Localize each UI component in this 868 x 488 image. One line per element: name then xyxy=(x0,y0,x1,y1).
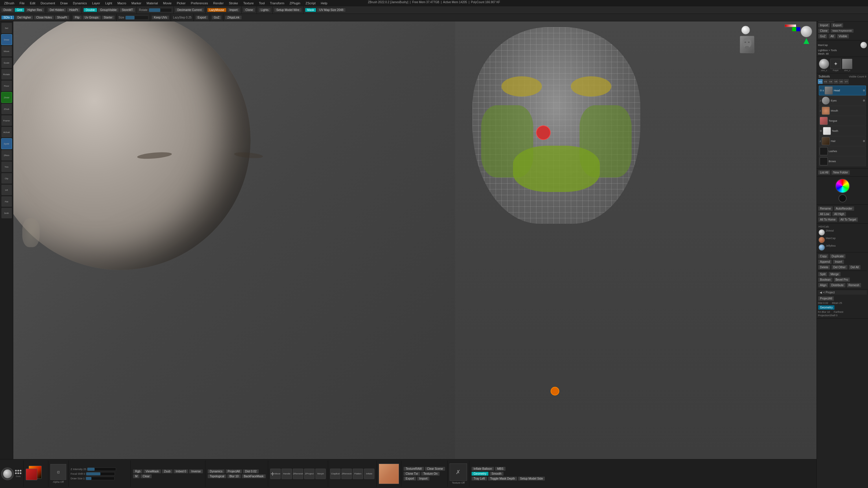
menu-marker[interactable]: Marker xyxy=(129,1,144,5)
menu-draw[interactable]: Draw xyxy=(58,1,70,5)
focal-shift-slider[interactable] xyxy=(86,472,115,476)
menu-preferences[interactable]: Preferences xyxy=(189,1,210,5)
append-btn[interactable]: Append xyxy=(818,259,832,264)
distribute-btn[interactable]: Distribute xyxy=(829,283,845,288)
uv-map-size-btn[interactable]: UV Map Size 2048 xyxy=(317,8,345,12)
menu-help[interactable]: Help xyxy=(318,1,330,5)
subtool-lashes[interactable]: Lashes xyxy=(819,146,866,156)
sidebar-btn-clip[interactable]: Clip xyxy=(1,173,12,184)
menu-texture[interactable]: Texture xyxy=(241,1,256,5)
export-btn2[interactable]: Export xyxy=(831,23,843,28)
alpha-btn[interactable]: α xyxy=(50,464,66,480)
merge-btn[interactable]: Merge xyxy=(828,272,840,277)
copy-btn[interactable]: Copy xyxy=(818,254,829,259)
menu-zplugin[interactable]: ZPlugin xyxy=(287,1,303,5)
split-btn[interactable]: Split xyxy=(818,272,828,277)
keep-uvs-btn[interactable]: Keep UVs xyxy=(152,15,169,20)
menu-movie[interactable]: Movie xyxy=(161,1,174,5)
all-to-target-btn[interactable]: All To Target xyxy=(838,217,859,222)
subtool-teeth[interactable]: ⚙ Teeth xyxy=(819,126,866,136)
dist-btn[interactable]: Dist 0.02 xyxy=(243,469,259,474)
color-wheel[interactable] xyxy=(835,178,850,193)
inflate-icon[interactable]: Inflate xyxy=(364,468,374,479)
mat-item-1[interactable]: zbro_s xyxy=(819,59,829,71)
version-v7-btn[interactable]: V7 xyxy=(844,79,848,84)
skin-texture-preview[interactable] xyxy=(379,464,399,484)
face-thumbnail[interactable] xyxy=(740,36,754,53)
dynamics-btn[interactable]: Dynamics xyxy=(208,469,225,474)
mbs-btn[interactable]: MBS xyxy=(495,466,506,471)
all-to-home-btn[interactable]: All To Home xyxy=(818,217,838,222)
claybull-icon[interactable]: ClayBull xyxy=(330,468,341,479)
import2-btn[interactable]: Import xyxy=(417,477,430,481)
all-low-btn[interactable]: All Low xyxy=(818,212,831,217)
store-mt-btn[interactable]: StoreMT xyxy=(120,8,135,12)
sdiv-btn[interactable]: SDIv 1 xyxy=(1,15,14,20)
clear-btn[interactable]: Clear xyxy=(140,474,152,479)
color-secondary[interactable] xyxy=(26,468,37,480)
mat-sphere-white[interactable] xyxy=(818,229,825,236)
del-other-btn[interactable]: Del Other xyxy=(831,265,848,270)
menu-dynamics[interactable]: Dynamics xyxy=(71,1,89,5)
mat-sphere-blue[interactable] xyxy=(818,244,825,251)
clone-btn[interactable]: Clone xyxy=(243,8,255,12)
zproject-icon[interactable]: ZProject xyxy=(304,468,314,479)
uv-groups-btn[interactable]: Uv Groups xyxy=(83,15,101,20)
subtool-mouth[interactable]: 2 Mouth xyxy=(819,106,866,116)
inflate-balloon-btn[interactable]: Inflate Balloon xyxy=(471,466,494,471)
project-header[interactable]: ◀ < Project xyxy=(818,290,867,295)
all-high-btn[interactable]: All High xyxy=(832,212,846,217)
import-btn[interactable]: Import xyxy=(818,23,830,28)
double-btn[interactable]: Double xyxy=(83,8,97,12)
divide-btn[interactable]: Divide xyxy=(1,8,14,12)
export-btn[interactable]: Export xyxy=(195,15,208,20)
version-v5-btn[interactable]: V5 xyxy=(834,79,838,84)
version-v4-btn[interactable]: V4 xyxy=(828,79,833,84)
mask-btn[interactable]: Mask xyxy=(305,8,316,12)
remesh-btn[interactable]: Remesh xyxy=(846,283,861,288)
sidebar-btn-actual[interactable]: Actual xyxy=(1,127,12,138)
export2-btn[interactable]: Export xyxy=(403,477,416,481)
viewport-wireframe[interactable] xyxy=(455,22,816,459)
setup-model-wire-btn[interactable]: Setup Model Wire xyxy=(274,8,302,12)
all-btn[interactable]: All xyxy=(828,34,836,39)
topological-btn[interactable]: Topological xyxy=(208,474,226,479)
sidebar-btn-dynmesh[interactable]: DynM xyxy=(1,138,12,149)
geometry2-btn[interactable]: Geometry xyxy=(818,305,835,310)
sidebar-btn-inflate[interactable]: Infl xyxy=(1,185,12,195)
backface-mask-btn[interactable]: BackFaceMask xyxy=(242,474,266,479)
del-all-btn[interactable]: Del All xyxy=(848,265,861,270)
black-circle[interactable] xyxy=(838,194,846,202)
version-v2-btn[interactable]: V2 xyxy=(818,79,823,84)
bevel-pro-btn[interactable]: Bevel Pro xyxy=(834,277,850,282)
head-settings-icon[interactable]: ⚙ xyxy=(863,89,865,92)
menu-zscript[interactable]: ZScript xyxy=(303,1,318,5)
flatten-icon[interactable]: Flatten xyxy=(353,468,363,479)
align-btn[interactable]: Align xyxy=(818,283,828,288)
insert-btn[interactable]: Insert xyxy=(833,259,844,264)
boolean-btn[interactable]: Boolean xyxy=(818,277,833,282)
sidebar-btn-scale[interactable]: Scale xyxy=(1,57,12,68)
flip-btn[interactable]: Flip xyxy=(73,15,82,20)
menu-tool[interactable]: Tool xyxy=(257,1,267,5)
setup-model-side-btn[interactable]: Setup Model Side xyxy=(518,477,546,481)
menu-render[interactable]: Render xyxy=(211,1,226,5)
draw-size-slider[interactable] xyxy=(86,477,115,480)
subtool-head[interactable]: ⚙ 5 Head ⚙ xyxy=(819,86,866,95)
make-polymesh-btn[interactable]: Make PolyMesh3D xyxy=(830,29,854,33)
sidebar-btn-draw[interactable]: Draw xyxy=(1,34,12,45)
mat-item-2[interactable]: ✦ PolyM xyxy=(830,59,841,71)
m-btn[interactable]: M xyxy=(133,474,140,479)
brush-preview[interactable] xyxy=(1,467,14,480)
frame-res-btn[interactable]: Higher Res xyxy=(25,8,44,12)
rename-btn[interactable]: Rename xyxy=(818,206,833,211)
projectall-btn[interactable]: ProjectAll xyxy=(225,469,242,474)
menu-document[interactable]: Document xyxy=(38,1,57,5)
menu-transform[interactable]: Transform xyxy=(268,1,287,5)
subtool-brows[interactable]: Brows xyxy=(819,156,866,166)
sidebar-btn-select[interactable]: Sel xyxy=(1,23,12,34)
zremesh2-icon[interactable]: ZRemesh xyxy=(341,468,352,479)
color-swatches[interactable] xyxy=(26,466,46,482)
visible-btn[interactable]: Visible xyxy=(837,34,849,39)
clear-scene-btn[interactable]: Clear Scene xyxy=(425,466,445,471)
